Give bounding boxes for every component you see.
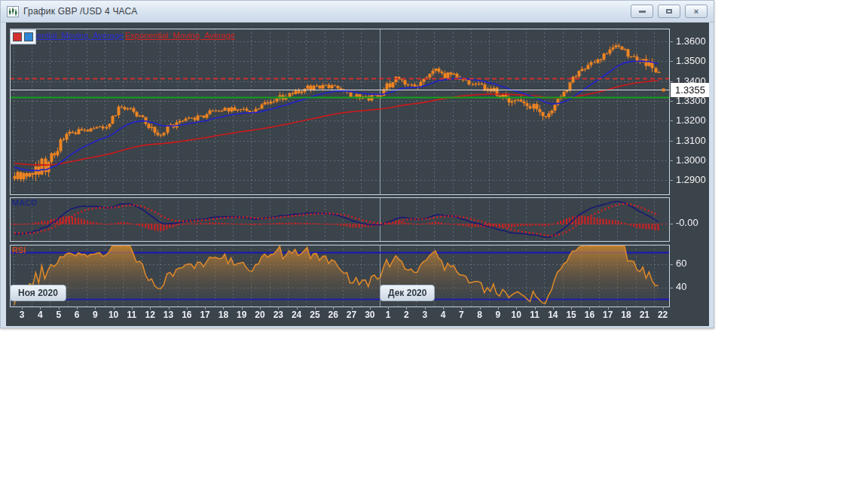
date-axis-label: 26: [323, 310, 343, 320]
rsi-panel-title: RSI: [12, 246, 26, 255]
minimize-button[interactable]: [631, 5, 653, 18]
date-axis-label: 14: [543, 310, 563, 320]
chart-icon: [7, 6, 19, 17]
current-price-tag: 1.3355: [671, 83, 709, 97]
date-axis-label: 11: [122, 310, 142, 320]
price-axis-label: 1.3500: [676, 55, 709, 67]
close-button[interactable]: ×: [685, 5, 708, 18]
date-axis-label: 22: [653, 310, 673, 320]
price-axis-label: 1.3000: [676, 154, 709, 166]
date-axis-label: 16: [579, 310, 599, 320]
date-axis-label: 16: [177, 310, 197, 320]
date-axis-label: 9: [488, 310, 508, 320]
price-axis-label: 1.3100: [676, 135, 709, 147]
date-axis-label: 11: [525, 310, 545, 320]
date-axis-label: 2: [396, 310, 416, 320]
red-indicator-chip[interactable]: [13, 32, 22, 41]
date-axis-label: 1: [378, 310, 398, 320]
date-axis-label: 19: [232, 310, 252, 320]
macd-panel-title: MACD: [12, 198, 37, 207]
date-axis-label: 5: [49, 310, 69, 320]
date-axis-label: 10: [104, 310, 124, 320]
date-axis-label: 27: [342, 310, 362, 320]
date-axis-label: 8: [470, 310, 490, 320]
date-axis-label: 24: [287, 310, 307, 320]
desktop: График GBP /USD 4 ЧАСА × Exponential_Mov…: [0, 0, 868, 488]
date-axis-label: 23: [268, 310, 288, 320]
restore-icon: [666, 9, 672, 14]
rsi-level-60-label: 60: [676, 258, 686, 269]
month-label-dec: Дек 2020: [380, 285, 435, 301]
date-axis-label: 3: [415, 310, 435, 320]
date-axis-label: 13: [159, 310, 179, 320]
date-axis-label: 4: [433, 310, 453, 320]
legend-chips[interactable]: [10, 29, 36, 44]
month-label-nov: Ноя 2020: [10, 285, 66, 301]
chart-window: График GBP /USD 4 ЧАСА × Exponential_Mov…: [0, 0, 714, 328]
blue-indicator-chip[interactable]: [24, 32, 33, 41]
date-axis-label: 15: [561, 310, 581, 320]
date-axis-label: 17: [195, 310, 215, 320]
date-axis-label: 7: [451, 310, 471, 320]
window-controls: ×: [631, 5, 708, 18]
date-axis-label: 25: [305, 310, 325, 320]
legend-ema-slow-label: Exponential_Moving_Average: [125, 31, 235, 40]
date-axis-label: 21: [634, 310, 654, 320]
restore-button[interactable]: [658, 5, 680, 18]
date-axis-label: 30: [360, 310, 380, 320]
date-axis-label: 18: [213, 310, 233, 320]
date-axis-label: 20: [250, 310, 270, 320]
price-axis-label: 1.3600: [676, 35, 709, 47]
date-axis-label: 9: [85, 310, 105, 320]
date-axis-label: 6: [67, 310, 87, 320]
price-axis-label: 1.3200: [676, 114, 709, 127]
date-axis-label: 10: [506, 310, 526, 320]
rsi-level-40-label: 40: [676, 281, 686, 292]
title-bar[interactable]: График GBP /USD 4 ЧАСА ×: [1, 1, 714, 23]
window-title: График GBP /USD 4 ЧАСА: [23, 6, 137, 17]
macd-value-label: -0.00: [676, 217, 698, 228]
date-axis-label: 4: [30, 310, 50, 320]
price-axis-label: 1.2900: [676, 174, 709, 186]
chart-client-area: Exponential_Moving_Average Exponential_M…: [6, 23, 709, 326]
date-axis-label: 18: [616, 310, 636, 320]
date-axis-label: 12: [140, 310, 160, 320]
price-chart-canvas[interactable]: [6, 23, 709, 326]
date-axis-label: 3: [12, 310, 32, 320]
minimize-icon: [639, 11, 646, 13]
date-axis-label: 17: [598, 310, 618, 320]
close-icon: ×: [694, 8, 698, 16]
